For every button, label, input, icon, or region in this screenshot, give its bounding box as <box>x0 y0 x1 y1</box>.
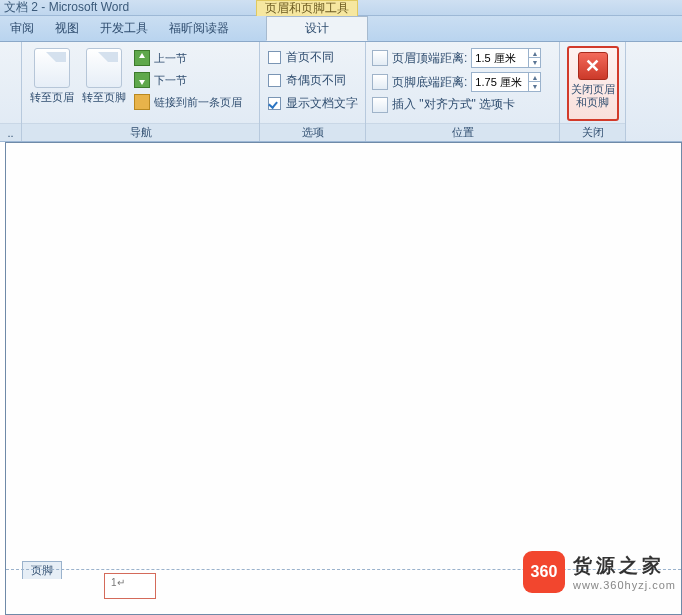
insert-align-tab-label: 插入 "对齐方式" 选项卡 <box>392 96 515 113</box>
link-prev-label: 链接到前一条页眉 <box>154 95 242 110</box>
show-document-text-checkbox[interactable]: 显示文档文字 <box>266 92 359 115</box>
prev-section-label: 上一节 <box>154 51 187 66</box>
document-icon <box>86 48 122 88</box>
ribbon: .. 转至页眉 转至页脚 上一节 下一节 <box>0 42 682 142</box>
insert-alignment-tab-button[interactable]: 插入 "对齐方式" 选项卡 <box>372 94 553 115</box>
tab-view[interactable]: 视图 <box>45 16 90 41</box>
document-title: 文档 2 - Microsoft Word <box>4 0 129 16</box>
group-label-navigation: 导航 <box>22 123 259 141</box>
header-distance-spinner[interactable]: ▲▼ <box>471 48 541 68</box>
close-btn-line1: 关闭页眉 <box>571 83 615 96</box>
previous-section-button[interactable]: 上一节 <box>132 48 244 68</box>
arrow-down-icon <box>134 72 150 88</box>
spin-up-icon[interactable]: ▲ <box>528 73 540 82</box>
watermark-url: www.360hyzj.com <box>573 579 676 591</box>
footer-from-bottom-label: 页脚底端距离: <box>392 74 467 91</box>
link-to-previous-button[interactable]: 链接到前一条页眉 <box>132 92 244 112</box>
footer-distance-input[interactable] <box>472 73 528 91</box>
tab-foxit-reader[interactable]: 福昕阅读器 <box>159 16 240 41</box>
show-doc-text-label: 显示文档文字 <box>286 95 358 112</box>
spin-up-icon[interactable]: ▲ <box>528 49 540 58</box>
watermark: 360 货源之家 www.360hyzj.com <box>523 551 676 593</box>
diff-first-label: 首页不同 <box>286 49 334 66</box>
group-label-position: 位置 <box>366 123 559 141</box>
document-page[interactable]: 页脚 1↵ <box>6 143 681 614</box>
goto-header-label: 转至页眉 <box>30 90 74 104</box>
tab-developer[interactable]: 开发工具 <box>90 16 159 41</box>
footer-distance-icon <box>372 74 388 90</box>
close-x-icon: ✕ <box>578 52 608 80</box>
link-icon <box>134 94 150 110</box>
paragraph-mark: ↵ <box>117 577 125 588</box>
tab-design[interactable]: 设计 <box>266 16 368 41</box>
group-close: ✕ 关闭页眉 和页脚 关闭 <box>560 42 626 141</box>
next-section-button[interactable]: 下一节 <box>132 70 244 90</box>
group-navigation: 转至页眉 转至页脚 上一节 下一节 链接到前一条页眉 <box>22 42 260 141</box>
group-insert-partial: .. <box>0 42 22 141</box>
group-options: 首页不同 奇偶页不同 显示文档文字 选项 <box>260 42 366 141</box>
document-icon <box>34 48 70 88</box>
header-from-top-label: 页眉顶端距离: <box>392 50 467 67</box>
checkbox-icon <box>268 74 281 87</box>
align-tab-icon <box>372 97 388 113</box>
goto-footer-button[interactable]: 转至页脚 <box>80 46 128 123</box>
tab-review[interactable]: 审阅 <box>0 16 45 41</box>
ribbon-tabs: 审阅 视图 开发工具 福昕阅读器 设计 <box>0 16 682 42</box>
group-label-close: 关闭 <box>560 123 625 141</box>
different-first-page-checkbox[interactable]: 首页不同 <box>266 46 359 69</box>
contextual-tab-title: 页眉和页脚工具 <box>256 0 358 16</box>
footer-tag[interactable]: 页脚 <box>22 561 62 579</box>
header-distance-input[interactable] <box>472 49 528 67</box>
page-number-highlight: 1↵ <box>104 573 156 599</box>
close-btn-line2: 和页脚 <box>576 96 609 109</box>
different-odd-even-checkbox[interactable]: 奇偶页不同 <box>266 69 359 92</box>
watermark-badge: 360 <box>523 551 565 593</box>
goto-header-button[interactable]: 转至页眉 <box>28 46 76 123</box>
watermark-title: 货源之家 <box>573 553 676 579</box>
group-position: 页眉顶端距离: ▲▼ 页脚底端距离: ▲▼ 插入 "对齐方式" 选项卡 位置 <box>366 42 560 141</box>
footer-distance-spinner[interactable]: ▲▼ <box>471 72 541 92</box>
group-label-partial: .. <box>0 123 21 141</box>
checkbox-icon <box>268 51 281 64</box>
header-distance-icon <box>372 50 388 66</box>
spin-down-icon[interactable]: ▼ <box>528 82 540 91</box>
title-bar: 文档 2 - Microsoft Word 页眉和页脚工具 <box>0 0 682 16</box>
document-area: 页脚 1↵ <box>5 142 682 615</box>
goto-footer-label: 转至页脚 <box>82 90 126 104</box>
checkbox-checked-icon <box>268 97 281 110</box>
diff-oddeven-label: 奇偶页不同 <box>286 72 346 89</box>
group-label-options: 选项 <box>260 123 365 141</box>
arrow-up-icon <box>134 50 150 66</box>
next-section-label: 下一节 <box>154 73 187 88</box>
close-header-footer-button[interactable]: ✕ 关闭页眉 和页脚 <box>567 46 619 121</box>
spin-down-icon[interactable]: ▼ <box>528 58 540 67</box>
